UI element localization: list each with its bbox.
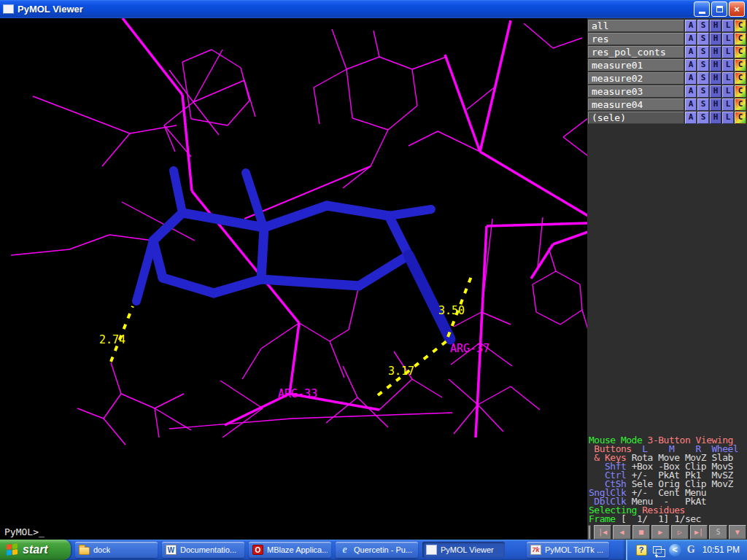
taskbar-item-pymol[interactable]: PyMOL Viewer	[422, 542, 505, 558]
object-res_pol_conts-L-button[interactable]: L	[722, 46, 734, 58]
mouse-mode-panel: Mouse Mode 3-Button Viewing Buttons L M …	[587, 436, 747, 524]
measurement-label-1: 2.74	[99, 333, 125, 346]
object-measure02-S-button[interactable]: S	[697, 72, 709, 85]
word-icon: W	[166, 545, 177, 555]
stop-button[interactable]: ■	[632, 525, 650, 540]
object-res_pol_conts-H-button[interactable]: H	[710, 46, 721, 58]
g-tray-icon[interactable]: G	[687, 544, 695, 556]
object-row-res: resASHLC	[588, 33, 746, 45]
system-tray: ? < G 10:51 PM	[626, 540, 747, 560]
playback-handle[interactable]	[588, 525, 591, 540]
step-back-button[interactable]: ◀	[613, 525, 630, 540]
menu-dropdown-button[interactable]: ▼	[729, 525, 746, 540]
play-button[interactable]: ▶	[651, 525, 669, 540]
taskbar-item-tcltk[interactable]: 7kPyMOL Tcl/Tk ...	[527, 542, 609, 558]
object-measure02-L-button[interactable]: L	[722, 72, 734, 85]
object-name[interactable]: res	[588, 33, 684, 45]
object-measure01-A-button[interactable]: A	[685, 59, 697, 71]
object-row-all: allASHLC	[588, 20, 746, 32]
step-forward-button[interactable]: ▷	[671, 525, 689, 540]
window-title: PyMOL Viewer	[18, 4, 692, 15]
mouse-mode-line-10: Frame [ 1/ 1] 1/sec	[589, 515, 747, 524]
object-res-L-button[interactable]: L	[722, 33, 734, 45]
taskbar-item-mblaze[interactable]: OMBlaze Applica...	[249, 542, 331, 558]
taskbar-item-word[interactable]: WDocumentatio...	[162, 542, 244, 558]
object-measure04-C-button[interactable]: C	[735, 98, 746, 111]
object-measure01-H-button[interactable]: H	[710, 59, 721, 71]
object-(sele)-H-button[interactable]: H	[710, 112, 721, 124]
object-measure02-H-button[interactable]: H	[710, 72, 721, 85]
object-(sele)-C-button[interactable]: C	[735, 112, 746, 124]
object-res-C-button[interactable]: C	[735, 33, 746, 45]
object-all-H-button[interactable]: H	[710, 20, 721, 32]
mblaze-icon: O	[252, 545, 263, 555]
control-panel: allASHLCresASHLCres_pol_contsASHLCmeasur…	[587, 18, 747, 540]
residue-label-arg33: ARG-33	[278, 387, 317, 400]
object-name[interactable]: measure01	[588, 59, 684, 71]
object-measure03-S-button[interactable]: S	[697, 85, 709, 98]
s-button[interactable]: S	[709, 525, 727, 540]
taskbar-item-label: PyMOL Viewer	[441, 545, 494, 554]
close-button[interactable]: ×	[729, 1, 745, 17]
object-measure03-H-button[interactable]: H	[710, 85, 721, 98]
object-list: allASHLCresASHLCres_pol_contsASHLCmeasur…	[587, 18, 747, 124]
clock: 10:51 PM	[703, 545, 740, 555]
object-measure04-H-button[interactable]: H	[710, 98, 721, 111]
object-name[interactable]: measure04	[588, 98, 684, 111]
object-measure02-A-button[interactable]: A	[685, 72, 697, 85]
start-label: start	[23, 543, 48, 556]
object-row-res_pol_conts: res_pol_contsASHLC	[588, 46, 746, 58]
hidden-icons-chevron[interactable]: <	[669, 544, 681, 556]
object-(sele)-L-button[interactable]: L	[722, 112, 734, 124]
object-name[interactable]: (sele)	[588, 112, 684, 124]
object-measure04-L-button[interactable]: L	[722, 98, 734, 111]
3d-viewport[interactable]: 2.74 3.17 3.50 ARG-33 ARG-37 PyMOL>_	[0, 18, 587, 540]
object-res-S-button[interactable]: S	[697, 33, 709, 45]
pymol-icon	[426, 545, 437, 555]
object-res-H-button[interactable]: H	[710, 33, 721, 45]
molecule-canvas: 2.74 3.17 3.50 ARG-33 ARG-37	[0, 18, 587, 540]
object-(sele)-S-button[interactable]: S	[697, 112, 709, 124]
object-measure01-S-button[interactable]: S	[697, 59, 709, 71]
help-tray-icon[interactable]: ?	[636, 545, 647, 556]
object-measure01-C-button[interactable]: C	[735, 59, 746, 71]
protein-wireframe	[11, 23, 587, 445]
residue-label-arg37: ARG-37	[450, 342, 489, 355]
object-res-A-button[interactable]: A	[685, 33, 697, 45]
object-measure03-L-button[interactable]: L	[722, 85, 734, 98]
skip-end-button[interactable]: ▶|	[690, 525, 708, 540]
object-measure03-A-button[interactable]: A	[685, 85, 697, 98]
task-items-container: dockWDocumentatio...OMBlaze Applica...eQ…	[71, 542, 609, 558]
object-res_pol_conts-S-button[interactable]: S	[697, 46, 709, 58]
object-measure03-C-button[interactable]: C	[735, 85, 746, 98]
object-name[interactable]: all	[588, 20, 684, 32]
object-res_pol_conts-C-button[interactable]: C	[735, 46, 746, 58]
object-measure01-L-button[interactable]: L	[722, 59, 734, 71]
display-tray-icon[interactable]	[653, 546, 662, 553]
object-name[interactable]: measure03	[588, 85, 684, 98]
pymol-command-prompt[interactable]: PyMOL>_	[4, 526, 44, 537]
ligand-sticks	[136, 171, 450, 339]
object-measure04-A-button[interactable]: A	[685, 98, 697, 111]
object-all-L-button[interactable]: L	[722, 20, 734, 32]
measurement-label-3: 3.50	[438, 304, 465, 317]
maximize-button[interactable]	[711, 1, 727, 17]
folder-icon	[79, 547, 90, 555]
object-all-A-button[interactable]: A	[685, 20, 697, 32]
taskbar-item-label: Quercetin - Pu...	[354, 545, 412, 554]
minimize-button[interactable]	[694, 1, 710, 17]
taskbar-item-folder[interactable]: dock	[75, 542, 158, 558]
object-row-measure04: measure04ASHLC	[588, 98, 746, 111]
object-measure04-S-button[interactable]: S	[697, 98, 709, 111]
taskbar-item-ie[interactable]: eQuercetin - Pu...	[336, 542, 418, 558]
object-res_pol_conts-A-button[interactable]: A	[685, 46, 697, 58]
object-name[interactable]: res_pol_conts	[588, 46, 684, 58]
object-name[interactable]: measure02	[588, 72, 684, 85]
start-button[interactable]: start	[0, 540, 71, 560]
object-measure02-C-button[interactable]: C	[735, 72, 746, 85]
object-all-S-button[interactable]: S	[697, 20, 709, 32]
taskbar: start dockWDocumentatio...OMBlaze Applic…	[0, 540, 747, 560]
object-all-C-button[interactable]: C	[735, 20, 746, 32]
rewind-button[interactable]: |◀	[594, 525, 611, 540]
object-(sele)-A-button[interactable]: A	[685, 112, 697, 124]
